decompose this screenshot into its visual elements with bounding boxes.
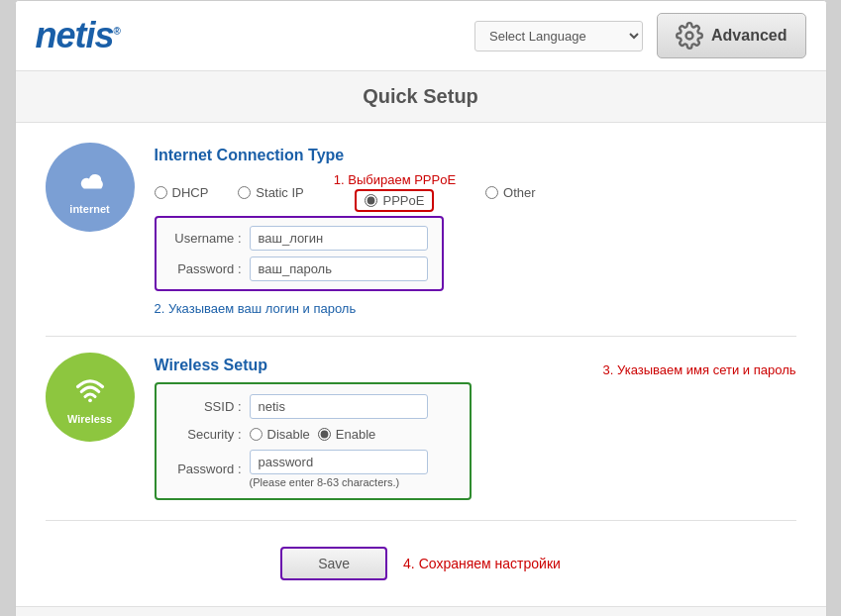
wireless-section: Wireless Wireless Setup 3. Указываем имя… xyxy=(46,353,796,500)
footer: http://www.netis-systems.com | E-mail:su… xyxy=(16,606,826,616)
ssid-label: SSID : xyxy=(170,399,242,414)
connection-type-radio-group: DHCP Static IP 1. Выбираем PPPoE PPP xyxy=(155,172,536,212)
page-title: Quick Setup xyxy=(16,71,826,123)
language-select[interactable]: Select Language xyxy=(474,21,643,51)
password-hint: (Please enter 8-63 characters.) xyxy=(250,476,428,488)
wireless-box: SSID : Security : Disable Enable xyxy=(155,382,472,500)
password-row: Password : xyxy=(170,257,428,281)
header-right: Select Language Advanced xyxy=(474,13,805,58)
security-disable[interactable]: Disable xyxy=(250,427,310,442)
internet-password-label: Password : xyxy=(170,261,242,276)
internet-icon: internet xyxy=(46,143,135,232)
save-annotation: 4. Сохраняем настройки xyxy=(403,556,561,571)
wireless-password-row: Password : (Please enter 8-63 characters… xyxy=(170,450,456,488)
internet-section: internet Internet Connection Type DHCP S… xyxy=(46,143,796,316)
wireless-section-title: Wireless Setup xyxy=(155,357,268,374)
svg-point-0 xyxy=(686,33,693,40)
logo: netis® xyxy=(36,15,120,56)
wireless-icon: Wireless xyxy=(46,353,135,442)
wireless-annotation: 3. Указываем имя сети и пароль xyxy=(603,362,796,377)
pppoe-box: PPPoE xyxy=(355,189,434,212)
advanced-label: Advanced xyxy=(711,27,787,45)
credentials-box: Username : Password : xyxy=(155,216,444,291)
username-input[interactable] xyxy=(250,226,428,251)
ssid-row: SSID : xyxy=(170,394,456,419)
wireless-password-label: Password : xyxy=(170,462,242,476)
internet-section-title: Internet Connection Type xyxy=(155,147,796,164)
wireless-section-content: Wireless Setup 3. Указываем имя сети и п… xyxy=(155,353,796,500)
radio-static-ip[interactable]: Static IP xyxy=(238,185,303,200)
radio-other[interactable]: Other xyxy=(485,185,536,200)
security-enable[interactable]: Enable xyxy=(318,427,375,442)
login-annotation: 2. Указываем ваш логин и пароль xyxy=(155,301,796,316)
content: internet Internet Connection Type DHCP S… xyxy=(16,123,826,606)
save-row: Save 4. Сохраняем настройки xyxy=(46,537,796,586)
section-divider xyxy=(46,336,796,337)
internet-password-input[interactable] xyxy=(250,257,428,281)
cloud-icon xyxy=(70,159,110,199)
svg-point-1 xyxy=(88,398,92,402)
radio-dhcp[interactable]: DHCP xyxy=(155,185,209,200)
wireless-password-input[interactable] xyxy=(250,450,428,474)
header: netis® Select Language Advanced xyxy=(16,1,826,71)
radio-pppoe[interactable]: PPPoE xyxy=(355,189,434,212)
advanced-button[interactable]: Advanced xyxy=(657,13,805,58)
save-button[interactable]: Save xyxy=(280,547,387,580)
username-label: Username : xyxy=(170,231,242,246)
security-label: Security : xyxy=(170,427,242,442)
internet-section-content: Internet Connection Type DHCP Static IP xyxy=(155,143,796,316)
gear-icon xyxy=(676,22,703,50)
save-divider xyxy=(46,520,796,521)
wifi-icon xyxy=(70,369,110,409)
security-row: Security : Disable Enable xyxy=(170,427,456,442)
pppoe-annotation: 1. Выбираем PPPoE xyxy=(334,172,456,187)
username-row: Username : xyxy=(170,226,428,251)
ssid-input[interactable] xyxy=(250,394,428,419)
